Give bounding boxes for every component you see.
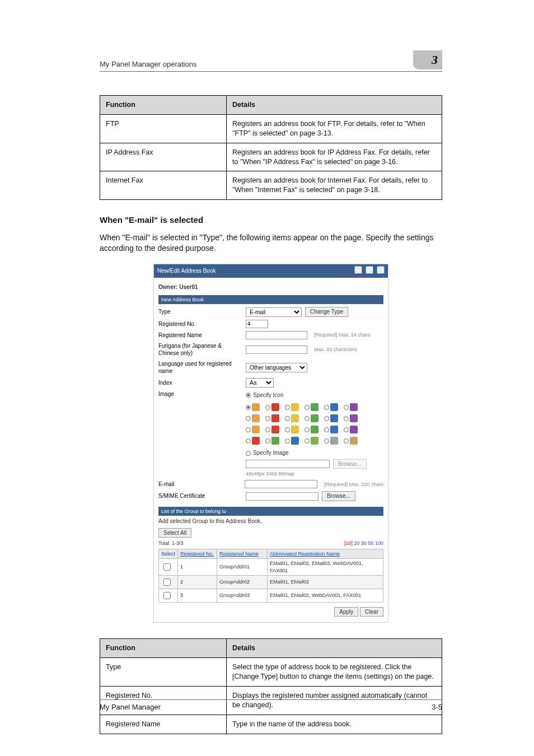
footer-left: My Panel Manager <box>100 702 161 712</box>
smime-browse-button[interactable]: Browse... <box>322 491 355 501</box>
icon-radio[interactable] <box>246 416 251 421</box>
group-icon <box>252 426 260 433</box>
col-details: Details <box>227 639 442 658</box>
col-abbr-name[interactable]: Abbreviated Registration Name <box>270 551 340 557</box>
icon-radio[interactable] <box>246 427 251 432</box>
col-details: Details <box>227 96 442 115</box>
icon-row <box>246 414 383 422</box>
email-field[interactable] <box>245 480 317 488</box>
building-icon <box>330 414 338 422</box>
section-heading: When "E-mail" is selected <box>100 214 442 226</box>
cell-fn: Registered Name <box>100 715 227 734</box>
pager[interactable]: [10] 20 30 50 100 <box>344 540 383 547</box>
help-icon[interactable] <box>377 266 385 274</box>
cell-det: Registers an address book for IP Address… <box>227 143 442 171</box>
icon-radio[interactable] <box>344 416 349 421</box>
specify-image-radio[interactable] <box>246 451 251 456</box>
icon-radio[interactable] <box>265 438 270 444</box>
icon-radio[interactable] <box>246 438 251 444</box>
row-select-checkbox[interactable] <box>163 563 171 571</box>
icon-radio[interactable] <box>305 416 310 421</box>
email-label: E-mail <box>158 480 241 488</box>
cell-abbr: EMail01, EMail02 <box>268 575 383 589</box>
person-icon <box>311 403 318 411</box>
building-icon <box>311 414 318 422</box>
change-type-button[interactable]: Change Type <box>305 307 348 317</box>
icon-radio[interactable] <box>324 405 329 410</box>
icon-radio[interactable] <box>265 416 270 421</box>
row-select-checkbox[interactable] <box>163 578 171 586</box>
footer-rule <box>100 699 442 700</box>
icon-radio[interactable] <box>305 438 310 444</box>
icon-radio[interactable] <box>265 427 270 432</box>
total-label: Total: <box>158 540 171 546</box>
registered-no-label: Registered No. <box>158 320 242 328</box>
cell-det: Registers an address book for FTP. For d… <box>227 114 442 143</box>
icon-radio[interactable] <box>305 405 310 410</box>
furigana-field[interactable] <box>246 346 307 354</box>
mixed-icon <box>252 437 260 445</box>
specify-icon-label: Specify Icon <box>253 391 283 399</box>
mixed-icon <box>311 437 318 445</box>
browse-button[interactable]: Browse... <box>333 459 367 469</box>
section-bar-new-address-book: New Address Book <box>158 295 383 304</box>
icon-radio[interactable] <box>344 438 349 444</box>
person-icon <box>291 403 299 411</box>
index-select[interactable]: Aa <box>246 378 274 388</box>
cell-det: Select the type of address book to be re… <box>227 658 442 687</box>
furigana-label: Furigana (for Japanese & Chinese only) <box>158 342 242 357</box>
language-select[interactable]: Other languages <box>246 363 307 372</box>
section-paragraph: When "E-mail" is selected in "Type", the… <box>100 232 442 254</box>
specify-icon-radio[interactable] <box>246 393 251 398</box>
language-label: Language used for registered name <box>158 360 242 375</box>
row-select-checkbox[interactable] <box>163 592 171 599</box>
icon-radio[interactable] <box>285 416 290 421</box>
cell-det: Registers an address book for Internet F… <box>227 171 442 200</box>
col-registered-name[interactable]: Registered Name <box>219 551 259 557</box>
titlebar-icons <box>353 266 385 276</box>
icon-radio[interactable] <box>324 427 329 432</box>
clear-button[interactable]: Clear <box>360 607 383 617</box>
col-function: Function <box>100 96 227 115</box>
mixed-icon <box>271 437 279 445</box>
person-icon <box>252 403 260 411</box>
icon-row <box>246 403 383 411</box>
table-row: 1 GroupAddr01 EMail01, EMail02, EMail03,… <box>159 559 383 575</box>
cell-abbr: EMail01, EMail02, WebDAV001, FAX001 <box>268 589 383 602</box>
col-registered-no[interactable]: Registered No. <box>180 551 214 557</box>
furigana-hint: Max. 24 characters <box>314 346 357 353</box>
refresh-icon[interactable] <box>366 266 373 274</box>
registered-name-field[interactable] <box>246 331 307 339</box>
icon-radio[interactable] <box>285 405 290 410</box>
chapter-number: 3 <box>432 52 438 68</box>
icon-radio[interactable] <box>246 405 251 410</box>
table-row: Type Select the type of address book to … <box>100 658 442 687</box>
group-list-note: Add selected Group to this Address Book. <box>158 517 383 525</box>
icon-radio[interactable] <box>324 438 329 444</box>
table-row: IP Address Fax Registers an address book… <box>100 143 442 171</box>
icon-radio[interactable] <box>285 427 290 432</box>
mixed-icon <box>330 437 338 445</box>
icon-radio[interactable] <box>265 405 270 410</box>
apply-button[interactable]: Apply <box>334 607 358 617</box>
icon-radio[interactable] <box>344 405 349 410</box>
table-row: 2 GroupAddr02 EMail01, EMail02 <box>159 575 383 589</box>
icon-radio[interactable] <box>285 438 290 444</box>
icon-radio[interactable] <box>324 416 329 421</box>
email-hint: [Required] Max. 320 chars <box>324 481 383 488</box>
building-icon <box>350 414 358 422</box>
registered-name-hint: [Required] Max. 24 chars <box>314 332 371 338</box>
type-select[interactable]: E-mail <box>246 307 302 317</box>
up-icon[interactable] <box>354 266 362 274</box>
table-row: FTP Registers an address book for FTP. F… <box>100 114 442 143</box>
person-icon <box>330 403 338 411</box>
functions-table-bottom: Function Details Type Select the type of… <box>100 638 442 734</box>
select-all-button[interactable]: Select All <box>158 528 191 538</box>
icon-radio[interactable] <box>305 427 310 432</box>
total-range: 1-3/3 <box>172 540 184 546</box>
cell-name: GroupAddr01 <box>217 559 268 575</box>
header-rule <box>100 71 442 72</box>
smime-field[interactable] <box>246 492 318 501</box>
image-path-field[interactable] <box>246 460 330 468</box>
icon-radio[interactable] <box>344 427 349 432</box>
